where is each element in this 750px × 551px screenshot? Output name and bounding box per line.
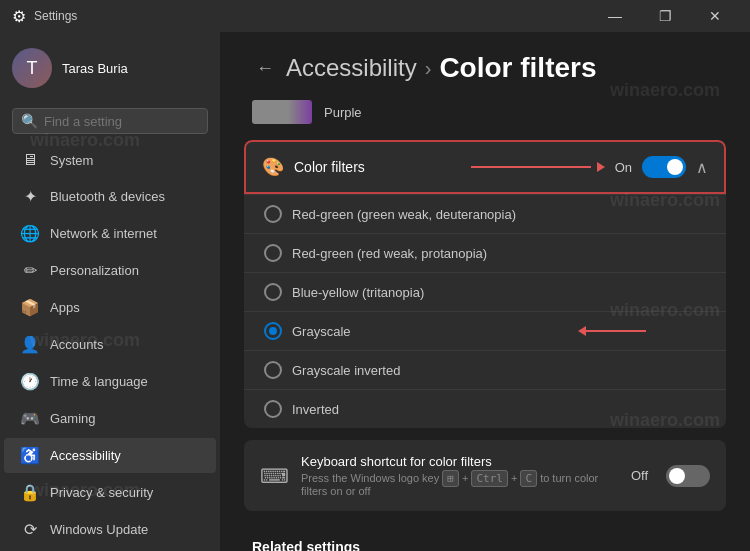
sidebar-item-personalization[interactable]: ✏ Personalization	[4, 253, 216, 288]
breadcrumb-separator: ›	[425, 57, 432, 80]
breadcrumb-parent[interactable]: Accessibility	[286, 54, 417, 82]
toggle-knob	[667, 159, 683, 175]
color-swatch	[252, 100, 312, 124]
radio-circle	[264, 283, 282, 301]
minimize-button[interactable]: —	[592, 0, 638, 32]
sidebar-item-label: Time & language	[50, 374, 148, 389]
window-controls: — ❐ ✕	[592, 0, 738, 32]
network-icon: 🌐	[20, 224, 40, 243]
sidebar-item-label: Accessibility	[50, 448, 121, 463]
color-filters-section: 🎨 Color filters On ∧	[244, 140, 726, 428]
radio-item-red-green-prot[interactable]: Red-green (red weak, protanopia)	[244, 233, 726, 272]
sidebar-item-label: System	[50, 153, 93, 168]
sidebar-item-windows-update[interactable]: ⟳ Windows Update	[4, 512, 216, 547]
sidebar-item-label: Gaming	[50, 411, 96, 426]
sidebar-item-time[interactable]: 🕐 Time & language	[4, 364, 216, 399]
radio-label: Grayscale	[292, 324, 351, 339]
radio-dot	[269, 327, 277, 335]
toggle-on-label: On	[615, 160, 632, 175]
color-filters-header[interactable]: 🎨 Color filters On ∧	[244, 140, 726, 194]
radio-label: Blue-yellow (tritanopia)	[292, 285, 424, 300]
radio-label: Grayscale inverted	[292, 363, 400, 378]
breadcrumb: ← Accessibility › Color filters	[220, 32, 750, 92]
on-arrow	[471, 162, 605, 172]
time-icon: 🕐	[20, 372, 40, 391]
update-icon: ⟳	[20, 520, 40, 539]
shortcut-toggle[interactable]	[666, 465, 710, 487]
accounts-icon: 👤	[20, 335, 40, 354]
sidebar-item-label: Personalization	[50, 263, 139, 278]
radio-item-blue-yellow[interactable]: Blue-yellow (tritanopia)	[244, 272, 726, 311]
radio-item-grayscale[interactable]: Grayscale	[244, 311, 726, 350]
radio-item-red-green-weak[interactable]: Red-green (green weak, deuteranopia)	[244, 194, 726, 233]
system-icon: 🖥	[20, 151, 40, 169]
title-bar: ⚙ Settings — ❐ ✕	[0, 0, 750, 32]
search-icon: 🔍	[21, 113, 38, 129]
radio-circle	[264, 361, 282, 379]
sidebar-item-label: Bluetooth & devices	[50, 189, 165, 204]
radio-label: Red-green (green weak, deuteranopia)	[292, 207, 516, 222]
radio-circle	[264, 244, 282, 262]
sidebar-item-bluetooth[interactable]: ✦ Bluetooth & devices	[4, 179, 216, 214]
personalization-icon: ✏	[20, 261, 40, 280]
window-title: Settings	[34, 9, 77, 23]
sidebar-item-gaming[interactable]: 🎮 Gaming	[4, 401, 216, 436]
profile-section[interactable]: T Taras Buria	[0, 32, 220, 104]
sidebar-item-privacy[interactable]: 🔒 Privacy & security	[4, 475, 216, 510]
color-swatch-bar: Purple	[252, 100, 718, 124]
radio-circle-selected	[264, 322, 282, 340]
back-button[interactable]: ←	[252, 58, 278, 79]
bluetooth-icon: ✦	[20, 187, 40, 206]
accessibility-icon: ♿	[20, 446, 40, 465]
color-filters-toggle[interactable]	[642, 156, 686, 178]
toggle-knob	[669, 468, 685, 484]
shortcut-toggle-label: Off	[631, 468, 648, 483]
chevron-up-icon: ∧	[696, 158, 708, 177]
arrow-line	[586, 330, 646, 332]
arrow-head-left	[578, 326, 586, 336]
radio-circle	[264, 205, 282, 223]
breadcrumb-current: Color filters	[439, 52, 596, 84]
radio-label: Red-green (red weak, protanopia)	[292, 246, 487, 261]
swatch-label: Purple	[324, 105, 362, 120]
sidebar-item-accounts[interactable]: 👤 Accounts	[4, 327, 216, 362]
close-button[interactable]: ✕	[692, 0, 738, 32]
sidebar-item-label: Apps	[50, 300, 80, 315]
related-settings-label: Related settings	[220, 523, 750, 551]
shortcut-desc: Press the Windows logo key ⊞ + Ctrl + C …	[301, 472, 619, 497]
sidebar-item-label: Accounts	[50, 337, 103, 352]
search-box[interactable]: 🔍	[12, 108, 208, 134]
maximize-button[interactable]: ❐	[642, 0, 688, 32]
sidebar-item-network[interactable]: 🌐 Network & internet	[4, 216, 216, 251]
apps-icon: 📦	[20, 298, 40, 317]
gaming-icon: 🎮	[20, 409, 40, 428]
shortcut-text: Keyboard shortcut for color filters Pres…	[301, 454, 619, 497]
shortcut-title: Keyboard shortcut for color filters	[301, 454, 619, 469]
privacy-icon: 🔒	[20, 483, 40, 502]
sidebar-item-label: Windows Update	[50, 522, 148, 537]
radio-circle	[264, 400, 282, 418]
profile-name: Taras Buria	[62, 61, 128, 76]
search-input[interactable]	[44, 114, 212, 129]
sidebar: T Taras Buria 🔍 🖥 System ✦ Bluetooth & d…	[0, 32, 220, 551]
color-filters-icon: 🎨	[262, 156, 284, 178]
radio-label: Inverted	[292, 402, 339, 417]
radio-item-inverted[interactable]: Inverted	[244, 389, 726, 428]
radio-item-grayscale-inv[interactable]: Grayscale inverted	[244, 350, 726, 389]
arrow-line	[471, 166, 591, 168]
sidebar-item-apps[interactable]: 📦 Apps	[4, 290, 216, 325]
sidebar-item-label: Privacy & security	[50, 485, 153, 500]
main-content: ← Accessibility › Color filters Purple 🎨…	[220, 32, 750, 551]
sidebar-item-accessibility[interactable]: ♿ Accessibility	[4, 438, 216, 473]
keyboard-icon: ⌨	[260, 464, 289, 488]
keyboard-shortcut-section: ⌨ Keyboard shortcut for color filters Pr…	[244, 440, 726, 511]
sidebar-item-system[interactable]: 🖥 System	[4, 143, 216, 177]
avatar: T	[12, 48, 52, 88]
color-filters-title: Color filters	[294, 159, 365, 175]
grayscale-arrow	[578, 326, 646, 336]
arrow-head	[597, 162, 605, 172]
sidebar-item-label: Network & internet	[50, 226, 157, 241]
